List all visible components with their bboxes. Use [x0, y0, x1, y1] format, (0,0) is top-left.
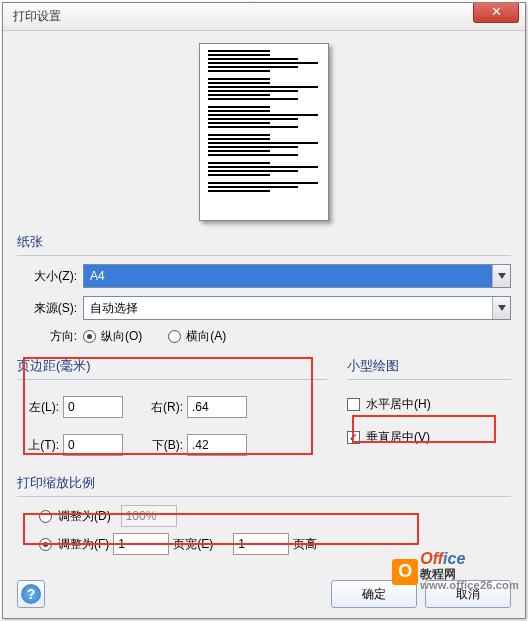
pagehigh-input[interactable]: [233, 533, 289, 555]
v-center-check[interactable]: 垂直居中(V): [347, 429, 511, 446]
landscape-label: 横向(A): [186, 328, 226, 345]
margins-row-1: 左(L): 右(R):: [17, 388, 327, 426]
margins-block: 页边距(毫米) 左(L): 右(R): 上(T): 下(B):: [17, 355, 327, 464]
paper-section-label: 纸张: [17, 231, 511, 251]
right-margin-label: 右(R):: [141, 399, 187, 416]
small-drawing-block: 小型绘图 水平居中(H) 垂直居中(V): [327, 355, 511, 456]
landscape-radio[interactable]: 横向(A): [168, 328, 226, 345]
left-margin-input[interactable]: [63, 396, 123, 418]
right-margin-input[interactable]: [187, 396, 247, 418]
orientation-row: 方向: 纵向(O) 横向(A): [17, 328, 511, 345]
radio-icon: [39, 538, 52, 551]
h-center-label: 水平居中(H): [366, 396, 431, 413]
orientation-label: 方向:: [17, 328, 83, 345]
dialog-body: 纸张 大小(Z): A4 来源(S): 自动选择 方向:: [3, 31, 525, 563]
help-button[interactable]: ?: [17, 580, 45, 608]
v-center-label: 垂直居中(V): [366, 429, 430, 446]
adjust-f-label: 调整为(F): [58, 536, 109, 553]
bottom-margin-label: 下(B):: [141, 437, 187, 454]
cancel-button[interactable]: 取消: [425, 580, 511, 608]
preview-page: [199, 43, 329, 221]
adjust-d-value: 100%: [121, 505, 177, 527]
portrait-radio[interactable]: 纵向(O): [83, 328, 142, 345]
pagewide-input[interactable]: [113, 533, 169, 555]
chevron-down-icon: [492, 265, 510, 287]
radio-icon: [168, 330, 181, 343]
scale-block: 打印缩放比例 调整为(D) 100% 调整为(F) 页宽(E) 页高: [17, 472, 511, 555]
divider: [17, 496, 511, 497]
size-dropdown[interactable]: A4: [83, 264, 511, 288]
title-bar: 打印设置 ✕: [3, 3, 525, 31]
small-drawing-label: 小型绘图: [347, 355, 511, 375]
bottom-margin-input[interactable]: [187, 434, 247, 456]
h-center-check[interactable]: 水平居中(H): [347, 396, 511, 413]
size-value: A4: [84, 269, 492, 283]
ok-button[interactable]: 确定: [331, 580, 417, 608]
svg-marker-1: [498, 305, 506, 311]
pagehigh-label: 页高: [293, 536, 349, 553]
margins-section-label: 页边距(毫米): [17, 355, 327, 375]
radio-icon: [83, 330, 96, 343]
checkbox-icon: [347, 398, 360, 411]
svg-marker-0: [498, 273, 506, 279]
margins-row-2: 上(T): 下(B):: [17, 426, 327, 464]
watermark-cn: 教程网: [420, 568, 519, 581]
radio-icon: [39, 510, 52, 523]
help-icon: ?: [21, 584, 41, 604]
checkbox-icon: [347, 431, 360, 444]
close-button[interactable]: ✕: [473, 3, 519, 23]
pagewide-label: 页宽(E): [173, 536, 229, 553]
divider: [17, 379, 327, 380]
paper-size-row: 大小(Z): A4: [17, 264, 511, 288]
source-value: 自动选择: [84, 300, 492, 317]
print-settings-dialog: 打印设置 ✕ 纸张 大小(Z): A4: [2, 2, 526, 619]
source-label: 来源(S):: [17, 300, 83, 317]
page-preview: [17, 39, 511, 231]
dialog-title: 打印设置: [13, 8, 61, 25]
top-margin-label: 上(T):: [17, 437, 63, 454]
adjust-d-radio[interactable]: 调整为(D) 100%: [39, 505, 511, 527]
paper-source-row: 来源(S): 自动选择: [17, 296, 511, 320]
divider: [347, 379, 511, 380]
scale-section-label: 打印缩放比例: [17, 472, 511, 492]
middle-two-col: 页边距(毫米) 左(L): 右(R): 上(T): 下(B):: [17, 355, 511, 464]
divider: [17, 255, 511, 256]
adjust-d-label: 调整为(D): [58, 508, 111, 525]
adjust-f-radio[interactable]: 调整为(F) 页宽(E) 页高: [39, 533, 511, 555]
size-label: 大小(Z):: [17, 268, 83, 285]
source-dropdown[interactable]: 自动选择: [83, 296, 511, 320]
portrait-label: 纵向(O): [101, 328, 142, 345]
button-bar: ? 确定 取消: [3, 580, 525, 608]
chevron-down-icon: [492, 297, 510, 319]
left-margin-label: 左(L):: [17, 399, 63, 416]
top-margin-input[interactable]: [63, 434, 123, 456]
